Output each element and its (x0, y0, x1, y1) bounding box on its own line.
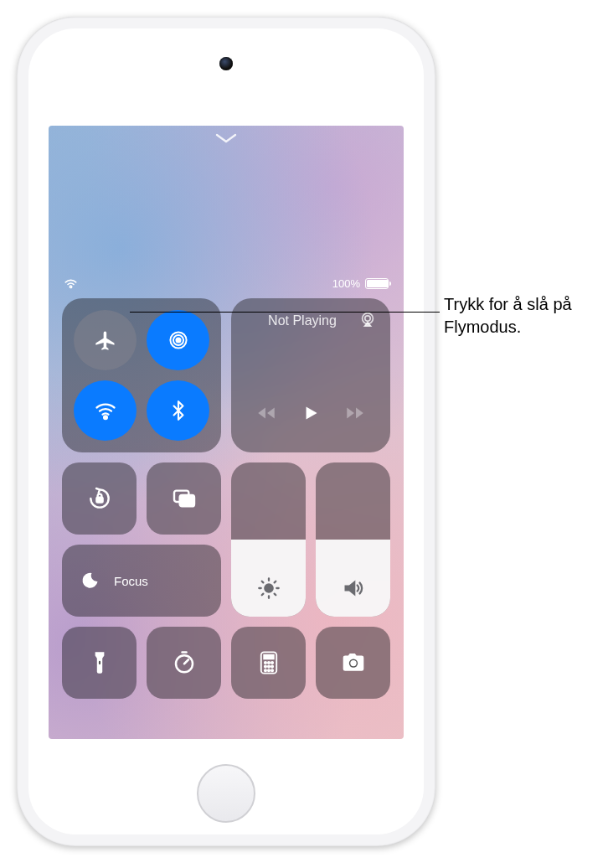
rewind-button[interactable] (255, 402, 277, 427)
flashlight-button[interactable] (62, 627, 137, 699)
svg-point-18 (267, 665, 269, 667)
volume-icon (342, 576, 365, 603)
callout-text: Trykk for å slå på Flymodus. (444, 293, 603, 338)
battery-percentage-label: 100% (332, 277, 360, 290)
brightness-slider[interactable] (231, 462, 306, 617)
screen: 100% (49, 126, 404, 739)
do-not-disturb-icon (75, 566, 104, 595)
svg-rect-10 (98, 661, 100, 664)
svg-point-24 (350, 660, 356, 666)
calculator-button[interactable] (231, 627, 306, 699)
battery-icon (365, 278, 389, 289)
wifi-status-icon (64, 278, 78, 289)
camera-button[interactable] (316, 627, 390, 699)
bluetooth-icon (167, 400, 189, 421)
focus-label: Focus (114, 574, 148, 588)
wifi-icon (94, 399, 117, 422)
svg-rect-8 (179, 495, 193, 506)
orientation-lock-button[interactable] (62, 462, 137, 535)
airdrop-button[interactable] (147, 310, 209, 370)
svg-point-21 (267, 669, 269, 671)
svg-point-15 (267, 662, 269, 664)
connectivity-group[interactable] (62, 298, 221, 452)
forward-button[interactable] (344, 402, 366, 427)
svg-point-3 (104, 416, 107, 419)
wifi-button[interactable] (74, 380, 137, 441)
svg-rect-6 (96, 498, 102, 503)
timer-icon (172, 650, 197, 675)
control-center-grid: Not Playing (62, 298, 390, 699)
flashlight-icon (89, 650, 111, 675)
svg-rect-13 (264, 655, 274, 659)
collapse-control-center-chevron-icon[interactable] (215, 132, 237, 144)
screen-mirroring-icon (171, 485, 198, 512)
brightness-icon (257, 576, 281, 603)
airdrop-icon (167, 328, 190, 352)
svg-point-22 (271, 669, 272, 671)
airplane-mode-button[interactable] (74, 310, 137, 370)
front-camera (219, 57, 233, 70)
volume-slider[interactable] (316, 462, 390, 617)
airplane-icon (94, 328, 117, 352)
callout-leader-line (130, 312, 440, 313)
orientation-lock-icon (86, 485, 113, 512)
bluetooth-button[interactable] (147, 380, 209, 441)
svg-point-17 (264, 665, 265, 667)
screen-mirroring-button[interactable] (147, 462, 221, 535)
svg-point-19 (271, 665, 272, 667)
media-controls-tile[interactable]: Not Playing (231, 298, 390, 452)
svg-point-0 (176, 338, 180, 342)
svg-point-16 (271, 662, 272, 664)
calculator-icon (259, 650, 279, 675)
camera-icon (340, 652, 367, 674)
now-playing-label: Not Playing (246, 313, 358, 328)
svg-point-9 (265, 584, 272, 592)
home-button[interactable] (197, 764, 255, 823)
airplay-icon[interactable] (358, 310, 377, 328)
status-bar: 100% (64, 275, 389, 292)
svg-point-5 (365, 316, 370, 321)
focus-button[interactable]: Focus (62, 545, 221, 617)
svg-point-14 (264, 662, 265, 664)
device-frame: 100% (17, 17, 435, 846)
play-button[interactable] (300, 402, 322, 427)
timer-button[interactable] (147, 627, 221, 699)
svg-point-20 (264, 669, 265, 671)
